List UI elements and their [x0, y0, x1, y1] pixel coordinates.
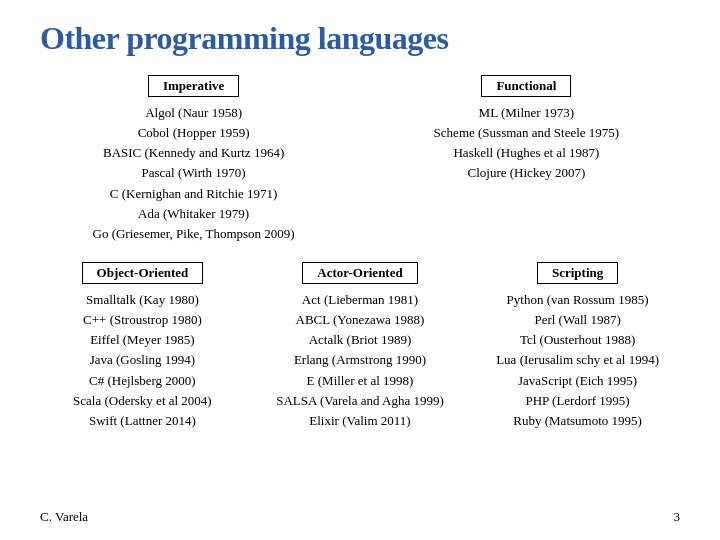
- imperative-items: Algol (Naur 1958) Cobol (Hopper 1959) BA…: [93, 103, 295, 244]
- list-item: Eiffel (Meyer 1985): [73, 330, 212, 350]
- list-item: Act (Lieberman 1981): [276, 290, 444, 310]
- list-item: Clojure (Hickey 2007): [434, 163, 620, 183]
- list-item: C (Kernighan and Ritchie 1971): [93, 184, 295, 204]
- list-item: Haskell (Hughes et al 1987): [434, 143, 620, 163]
- functional-items: ML (Milner 1973) Scheme (Sussman and Ste…: [434, 103, 620, 184]
- list-item: E (Miller et al 1998): [276, 371, 444, 391]
- footer-page: 3: [674, 509, 681, 525]
- imperative-column: Imperative Algol (Naur 1958) Cobol (Hopp…: [40, 75, 347, 244]
- list-item: Scheme (Sussman and Steele 1975): [434, 123, 620, 143]
- list-item: Pascal (Wirth 1970): [93, 163, 295, 183]
- actor-items: Act (Lieberman 1981) ABCL (Yonezawa 1988…: [276, 290, 444, 431]
- list-item: Perl (Wall 1987): [496, 310, 659, 330]
- imperative-label: Imperative: [148, 75, 239, 97]
- list-item: Python (van Rossum 1985): [496, 290, 659, 310]
- list-item: Smalltalk (Kay 1980): [73, 290, 212, 310]
- footer: C. Varela 3: [40, 504, 680, 525]
- list-item: Erlang (Armstrong 1990): [276, 350, 444, 370]
- list-item: Scala (Odersky et al 2004): [73, 391, 212, 411]
- list-item: Swift (Lattner 2014): [73, 411, 212, 431]
- list-item: Elixir (Valim 2011): [276, 411, 444, 431]
- bottom-section: Object-Oriented Smalltalk (Kay 1980) C++…: [40, 262, 680, 431]
- scripting-label: Scripting: [537, 262, 618, 284]
- scripting-column: Scripting Python (van Rossum 1985) Perl …: [475, 262, 680, 431]
- oo-column: Object-Oriented Smalltalk (Kay 1980) C++…: [40, 262, 245, 431]
- top-section: Imperative Algol (Naur 1958) Cobol (Hopp…: [40, 75, 680, 244]
- scripting-items: Python (van Rossum 1985) Perl (Wall 1987…: [496, 290, 659, 431]
- oo-items: Smalltalk (Kay 1980) C++ (Stroustrop 198…: [73, 290, 212, 431]
- list-item: Ada (Whitaker 1979): [93, 204, 295, 224]
- oo-label: Object-Oriented: [82, 262, 204, 284]
- list-item: Go (Griesemer, Pike, Thompson 2009): [93, 224, 295, 244]
- list-item: BASIC (Kennedy and Kurtz 1964): [93, 143, 295, 163]
- list-item: Tcl (Ousterhout 1988): [496, 330, 659, 350]
- list-item: Actalk (Briot 1989): [276, 330, 444, 350]
- list-item: ABCL (Yonezawa 1988): [276, 310, 444, 330]
- list-item: Java (Gosling 1994): [73, 350, 212, 370]
- list-item: PHP (Lerdorf 1995): [496, 391, 659, 411]
- list-item: C++ (Stroustrop 1980): [73, 310, 212, 330]
- list-item: JavaScript (Eich 1995): [496, 371, 659, 391]
- footer-author: C. Varela: [40, 509, 88, 525]
- list-item: Lua (Ierusalim schy et al 1994): [496, 350, 659, 370]
- list-item: ML (Milner 1973): [434, 103, 620, 123]
- functional-label: Functional: [481, 75, 571, 97]
- functional-column: Functional ML (Milner 1973) Scheme (Suss…: [373, 75, 680, 244]
- list-item: Algol (Naur 1958): [93, 103, 295, 123]
- actor-column: Actor-Oriented Act (Lieberman 1981) ABCL…: [258, 262, 463, 431]
- list-item: SALSA (Varela and Agha 1999): [276, 391, 444, 411]
- list-item: Cobol (Hopper 1959): [93, 123, 295, 143]
- page-title: Other programming languages: [40, 20, 680, 57]
- list-item: Ruby (Matsumoto 1995): [496, 411, 659, 431]
- actor-label: Actor-Oriented: [302, 262, 417, 284]
- list-item: C# (Hejlsberg 2000): [73, 371, 212, 391]
